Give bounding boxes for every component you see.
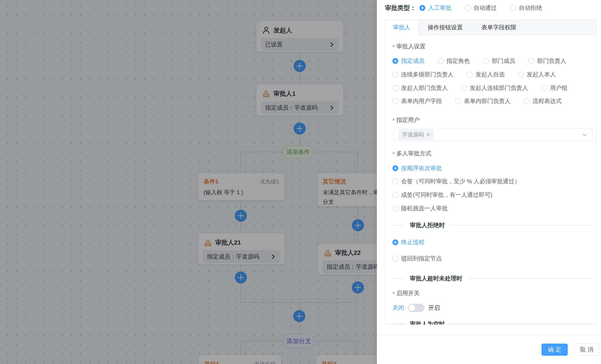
timeout-switch-row: 关闭 开启 <box>392 303 440 313</box>
timeout-toggle[interactable] <box>408 304 424 312</box>
tab-button-settings[interactable]: 操作按钮设置 <box>418 20 472 35</box>
approver-setting-radio-row: 发起人部门负责人 发起人连续部门负责人 用户组 <box>392 84 568 92</box>
confirm-button[interactable]: 确 定 <box>541 344 568 356</box>
radio-return-to-node[interactable]: 驳回到指定节点 <box>392 255 442 263</box>
radio-dot <box>392 239 398 245</box>
radio-dot <box>438 58 444 64</box>
radio-specify-role[interactable]: 指定角色 <box>438 57 470 65</box>
radio-dot <box>467 71 473 77</box>
radio-multi-level-dept-leader[interactable]: 连续多级部门负责人 <box>392 71 454 78</box>
approver-setting-radio-row: 表单内用户字段 表单内部门负责人 流程表达式 <box>392 97 562 105</box>
radio-form-user-field[interactable]: 表单内用户字段 <box>392 97 442 105</box>
radio-dot <box>541 85 547 91</box>
radio-orsign[interactable]: 或签(可同时审批，有一人通过即可) <box>392 191 492 199</box>
radio-dot <box>465 5 471 11</box>
radio-dot <box>392 71 398 77</box>
radio-auto-pass[interactable]: 自动通过 <box>465 4 497 12</box>
approve-type-label: 审批类型： <box>385 4 416 12</box>
radio-dot <box>392 85 398 91</box>
timeout-section-divider: 审批人超时未处理时 <box>392 274 592 283</box>
radio-dot <box>528 58 534 64</box>
radio-dot <box>524 98 530 104</box>
radio-initiator-dept-leader[interactable]: 发起人部门负责人 <box>392 84 448 92</box>
approver-setting-radio-row: 连续多级部门负责人 发起人自选 发起人本人 <box>392 70 556 79</box>
cancel-button[interactable]: 取 消 <box>574 344 599 356</box>
timeout-section-title: 审批人超时未处理时 <box>404 274 468 283</box>
multi-approve-label: 多人审批方式 <box>392 149 431 158</box>
radio-dot <box>510 5 516 11</box>
radio-dot <box>392 98 398 104</box>
reject-section-divider: 审批人拒绝时 <box>392 221 592 229</box>
radio-initiator-select[interactable]: 发起人自选 <box>467 71 505 78</box>
radio-dot <box>518 71 524 77</box>
radio-manual-approve[interactable]: 人工审批 <box>420 4 451 12</box>
toggle-knob <box>409 304 415 311</box>
radio-dot <box>392 179 398 184</box>
approver-settings-drawer: 审批类型： 人工审批 自动通过 自动拒绝 审批人 <box>377 0 601 364</box>
switch-off-label: 关闭 <box>392 304 404 312</box>
approver-setting-label: 审批人设置 <box>392 42 425 51</box>
radio-specify-member[interactable]: 指定成员 <box>392 57 424 65</box>
radio-dot <box>483 58 489 64</box>
tab-approver[interactable]: 审批人 <box>385 20 418 35</box>
radio-countersign[interactable]: 会签（可同时审批，至少 % 人必须审批通过） <box>392 177 520 185</box>
drawer-footer: 确 定 取 消 <box>377 335 601 364</box>
radio-dot <box>455 98 461 104</box>
approver-setting-radio-row: 指定成员 指定角色 部门成员 部门负责人 <box>392 57 566 65</box>
radio-dot <box>392 165 398 171</box>
radio-dept-leader[interactable]: 部门负责人 <box>528 57 566 65</box>
assign-user-label: 指定用户 <box>392 116 420 124</box>
remove-tag-icon[interactable]: ✕ <box>426 132 430 138</box>
radio-form-dept-leader[interactable]: 表单内部门负责人 <box>455 97 511 105</box>
empty-section-divider: 审批人为空时 <box>392 320 592 324</box>
drawer-body[interactable]: 审批类型： 人工审批 自动通过 自动拒绝 审批人 <box>377 0 601 324</box>
radio-dot <box>392 256 398 262</box>
selected-user-tag: 芋道源码 ✕ <box>399 129 434 140</box>
radio-dot <box>420 5 425 11</box>
radio-terminate-process[interactable]: 终止流程 <box>392 238 424 246</box>
radio-initiator-consecutive-dept-leader[interactable]: 发起人连续部门负责人 <box>461 84 528 92</box>
radio-dept-member[interactable]: 部门成员 <box>483 57 515 65</box>
tab-form-field-permission[interactable]: 表单字段权限 <box>472 20 526 35</box>
empty-section-title: 审批人为空时 <box>404 320 451 324</box>
radio-process-expression[interactable]: 流程表达式 <box>524 97 562 105</box>
tab-header: 审批人 操作按钮设置 表单字段权限 <box>385 20 596 35</box>
radio-auto-reject[interactable]: 自动拒绝 <box>510 4 542 12</box>
assign-user-select[interactable]: 芋道源码 ✕ <box>393 128 592 141</box>
radio-dot <box>392 58 398 64</box>
enable-switch-label: 启用开关 <box>392 289 420 297</box>
radio-initiator-self[interactable]: 发起人本人 <box>518 71 556 78</box>
chevron-down-icon <box>582 132 587 138</box>
approve-type-row: 审批类型： 人工审批 自动通过 自动拒绝 <box>385 3 542 13</box>
radio-dot <box>461 85 467 91</box>
radio-dot <box>392 205 398 211</box>
switch-on-label: 开启 <box>428 304 440 312</box>
radio-sequential-approve[interactable]: 按顺序依次审批 <box>392 164 442 172</box>
radio-user-group[interactable]: 用户组 <box>541 84 568 92</box>
reject-section-title: 审批人拒绝时 <box>404 221 451 229</box>
radio-dot <box>392 192 398 198</box>
radio-random-one[interactable]: 随机挑选一人审批 <box>392 204 448 212</box>
